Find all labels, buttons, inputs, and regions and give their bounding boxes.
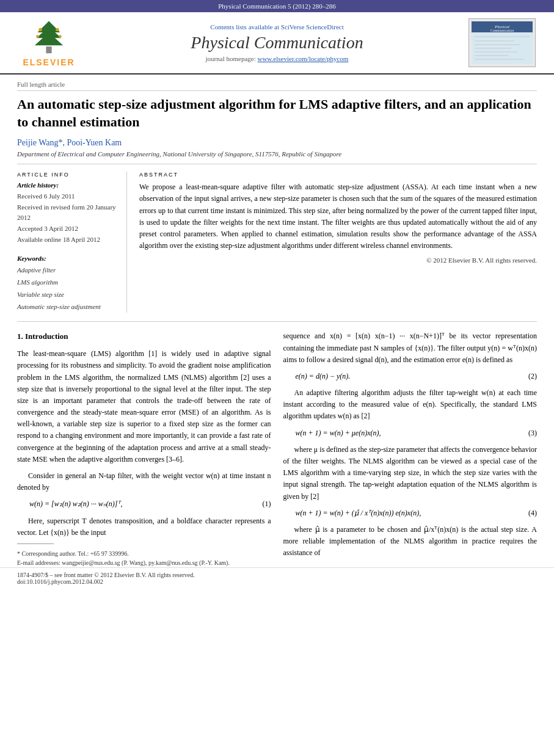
footnote-email: E-mail addresses: wangpeijie@nus.edu.sg …	[17, 558, 271, 567]
footnote-asterisk: * Corresponding author. Tel.: +65 97 339…	[17, 549, 271, 558]
article-section: Full length article An automatic step-si…	[0, 75, 554, 322]
svg-point-7	[59, 35, 62, 38]
equation-4-block: w(n + 1) = w(n) + (μ̂ / xᵀ(n)x(n)) e(n)x…	[296, 507, 538, 519]
available-date: Available online 18 April 2012	[17, 234, 118, 245]
body-section: 1. Introduction The least-mean-square (L…	[0, 330, 554, 567]
equation-4: w(n + 1) = w(n) + (μ̂ / xᵀ(n)x(n)) e(n)x…	[296, 507, 421, 519]
right-para2: An adaptive filtering algorithm adjusts …	[283, 387, 538, 423]
body-two-col: 1. Introduction The least-mean-square (L…	[17, 330, 537, 567]
article-info-column: Article Info Article history: Received 6…	[17, 172, 127, 313]
abstract-body: We propose a least-mean-square adaptive …	[139, 181, 537, 266]
received-date: Received 6 July 2011	[17, 191, 118, 202]
equation-3: w(n + 1) = w(n) + μe(n)x(n),	[296, 427, 381, 439]
doi-line: doi:10.1016/j.phycom.2012.04.002	[17, 578, 537, 585]
copyright-notice: © 2012 Elsevier B.V. All rights reserved…	[139, 255, 537, 266]
svg-rect-0	[46, 46, 51, 53]
equation-2-number: (2)	[528, 371, 537, 382]
journal-title-area: Contents lists available at SciVerse Sci…	[92, 23, 462, 62]
svg-point-4	[38, 28, 42, 32]
intro-para2: Consider in general an N-tap filter, wit…	[17, 470, 271, 493]
article-type: Full length article	[17, 81, 537, 91]
right-para1: sequence and x(n) = [x(n) x(n−1) ··· x(n…	[283, 330, 538, 366]
info-abstract-section: Article Info Article history: Received 6…	[17, 172, 537, 322]
equation-3-block: w(n + 1) = w(n) + μe(n)x(n), (3)	[296, 427, 538, 439]
journal-citation: Physical Communication 5 (2012) 280–286	[218, 2, 335, 10]
section1-title: 1. Introduction	[17, 330, 271, 343]
abstract-column: Abstract We propose a least-mean-square …	[139, 172, 537, 313]
keyword-2: LMS algorithm	[17, 277, 118, 289]
body-col-left: 1. Introduction The least-mean-square (L…	[17, 330, 271, 567]
equation-2-block: e(n) = d(n) − y(n). (2)	[296, 371, 538, 382]
svg-point-6	[36, 35, 39, 38]
article-info-heading: Article Info	[17, 172, 118, 178]
elsevier-tree-icon	[24, 18, 73, 55]
body-col-right: sequence and x(n) = [x(n) x(n−1) ··· x(n…	[283, 330, 538, 567]
equation-1-number: (1)	[263, 498, 271, 510]
authors: Peijie Wang*, Pooi-Yuen Kam	[17, 138, 537, 148]
journal-title: Physical Communication	[92, 33, 462, 53]
history-label: Article history:	[17, 181, 118, 189]
revised-date: Received in revised form 20 January 2012	[17, 202, 118, 224]
right-para4: where μ̂ is a parameter to be chosen and…	[283, 524, 538, 559]
journal-cover-area: Physical Communication	[468, 18, 542, 67]
issn-line: 1874-4907/$ – see front matter © 2012 El…	[17, 572, 537, 578]
top-bar: Physical Communication 5 (2012) 280–286	[0, 0, 554, 12]
equation-1-block: w(n) = [w₁(n) w₂(n) ··· wₙ(n)]ᵀ, (1)	[29, 498, 271, 510]
journal-header: ELSEVIER Contents lists available at Sci…	[0, 12, 554, 75]
keywords-label: Keywords:	[17, 255, 118, 262]
elsevier-logo-area: ELSEVIER	[12, 18, 86, 67]
affiliation: Department of Electrical and Computer En…	[17, 150, 537, 164]
elsevier-logo: ELSEVIER	[12, 18, 86, 67]
journal-cover-thumbnail: Physical Communication	[468, 18, 536, 67]
journal-footer: 1874-4907/$ – see front matter © 2012 El…	[0, 567, 554, 589]
abstract-heading: Abstract	[139, 172, 537, 178]
equation-3-number: (3)	[528, 427, 537, 439]
elsevier-brand-text: ELSEVIER	[23, 57, 75, 67]
right-para3: where μ is defined as the step-size para…	[283, 444, 538, 503]
accepted-date: Accepted 3 April 2012	[17, 224, 118, 234]
keyword-4: Automatic step-size adjustment	[17, 301, 118, 313]
svg-point-5	[56, 28, 59, 32]
intro-para1: The least-mean-square (LMS) algorithm [1…	[17, 348, 271, 465]
svg-text:Communication: Communication	[490, 29, 514, 32]
equation-4-number: (4)	[528, 507, 537, 519]
footnote-area: * Corresponding author. Tel.: +65 97 339…	[17, 549, 271, 567]
intro-para3: Here, superscript T denotes transpositio…	[17, 515, 271, 539]
keyword-3: Variable step size	[17, 289, 118, 301]
homepage-link[interactable]: www.elsevier.com/locate/phycom	[257, 55, 348, 62]
equation-2: e(n) = d(n) − y(n).	[296, 371, 351, 382]
journal-homepage: journal homepage: www.elsevier.com/locat…	[92, 55, 462, 62]
cover-art-icon: Physical Communication	[472, 21, 533, 64]
footnote-divider	[17, 543, 54, 544]
equation-1: w(n) = [w₁(n) w₂(n) ··· wₙ(n)]ᵀ,	[29, 498, 122, 510]
svg-marker-3	[35, 32, 63, 45]
sciverse-line: Contents lists available at SciVerse Sci…	[92, 23, 462, 31]
article-title: An automatic step-size adjustment algori…	[17, 96, 537, 131]
keyword-1: Adaptive filter	[17, 264, 118, 277]
